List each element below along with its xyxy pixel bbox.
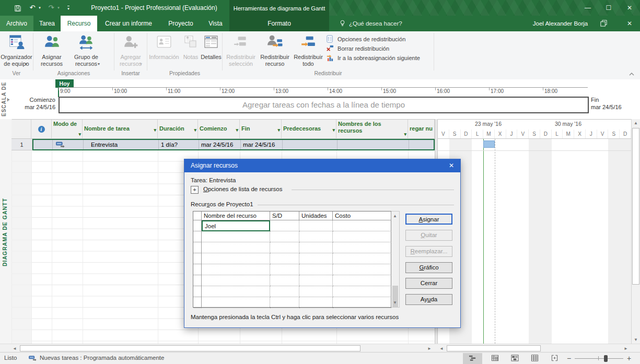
tab-crear-un-informe[interactable]: Crear un informe xyxy=(97,16,160,31)
resource-grid-cell[interactable] xyxy=(333,231,391,242)
zoom-slider-track[interactable] xyxy=(575,358,623,359)
options-toggle-label[interactable]: Opciones de lista de recursos xyxy=(203,186,283,192)
dialog-scrollbar[interactable]: ▲ ▼ xyxy=(391,211,400,308)
cerrar-button[interactable]: Cerrar xyxy=(405,278,452,289)
borrar-redistribucion-button[interactable]: Borrar redistribución xyxy=(326,44,389,53)
vertical-scrollbar[interactable]: ▲ ▼ xyxy=(631,119,640,344)
zoom-slider-thumb[interactable] xyxy=(604,355,608,362)
tab-tarea[interactable]: Tarea xyxy=(33,16,61,31)
resource-grid-cell[interactable] xyxy=(202,264,270,275)
tell-me-search[interactable]: ¿Qué desea hacer? xyxy=(349,16,402,31)
tab-proyecto[interactable]: Proyecto xyxy=(160,16,202,31)
close-window-icon[interactable]: ✕ xyxy=(621,16,638,31)
column-header-fin[interactable]: Fin▾ xyxy=(240,120,282,139)
task-addcolumn-cell[interactable] xyxy=(409,140,434,149)
resource-grid-cell[interactable] xyxy=(333,286,391,297)
resource-row-selector[interactable] xyxy=(193,264,202,275)
column-header-recursos[interactable]: Nombres de los recursos▾ xyxy=(336,120,408,139)
resource-grid-cell[interactable] xyxy=(202,253,270,264)
maximize-button[interactable]: ☐ xyxy=(600,0,618,16)
task-resources-cell[interactable] xyxy=(338,140,409,149)
resources-grid[interactable]: Nombre del recursoS/DUnidadesCostoJoel xyxy=(193,211,391,308)
tab-vista[interactable]: Vista xyxy=(202,16,229,31)
filter-caret-icon[interactable]: ▾ xyxy=(194,122,196,138)
resource-name-cell[interactable]: Joel xyxy=(202,220,270,231)
view-gantt-button[interactable] xyxy=(463,353,482,364)
column-header-predecesoras[interactable]: Predecesoras▾ xyxy=(282,120,336,139)
asignar-button[interactable]: Asignar xyxy=(405,214,452,225)
resource-grid-cell[interactable] xyxy=(333,264,391,275)
resource-row-selector[interactable] xyxy=(193,286,202,297)
resource-row-selector[interactable] xyxy=(193,231,202,242)
resource-grid-cell[interactable] xyxy=(202,275,270,286)
ayuda-button[interactable]: Ayuda xyxy=(405,294,452,305)
scrollbar-thumb[interactable] xyxy=(632,128,639,285)
resource-grid-cell[interactable] xyxy=(299,220,333,231)
dialog-close-icon[interactable]: ✕ xyxy=(443,159,460,172)
ribbon-display-options-icon[interactable] xyxy=(600,19,608,29)
undo-dropdown-icon[interactable]: ▾ xyxy=(37,0,42,16)
resource-row-selector[interactable] xyxy=(193,297,202,308)
customize-qat-icon[interactable]: ▾ xyxy=(64,0,73,17)
resource-grid-cell[interactable] xyxy=(270,231,299,242)
resource-grid-cell[interactable] xyxy=(270,220,299,231)
filter-caret-icon[interactable]: ▾ xyxy=(277,122,280,138)
resource-grid-cell[interactable] xyxy=(202,286,270,297)
resource-grid-cell[interactable] xyxy=(270,286,299,297)
resource-grid-cell[interactable] xyxy=(270,242,299,253)
tab-archivo[interactable]: Archivo xyxy=(0,16,33,31)
status-new-tasks[interactable]: Nuevas tareas : Programada automáticamen… xyxy=(40,355,164,361)
view-task-usage-button[interactable] xyxy=(485,353,505,364)
resource-grid-cell[interactable] xyxy=(333,220,391,231)
resource-row-selector[interactable] xyxy=(193,275,202,286)
task-name-cell[interactable]: Entrevista xyxy=(84,140,159,149)
resource-grid-cell[interactable] xyxy=(299,264,333,275)
resource-grid-cell[interactable] xyxy=(202,297,270,308)
view-report-button[interactable] xyxy=(545,353,564,364)
info-column-header[interactable]: i xyxy=(31,120,52,139)
task-finish-cell[interactable]: mar 24/5/16 xyxy=(241,140,283,149)
scroll-up-icon[interactable]: ▲ xyxy=(632,121,640,125)
filter-caret-icon[interactable]: ▾ xyxy=(404,131,406,138)
gantt-task-bar[interactable] xyxy=(483,140,495,148)
resource-grid-cell[interactable] xyxy=(299,242,333,253)
task-predecessors-cell[interactable] xyxy=(283,140,338,149)
table-hscroll-thumb[interactable] xyxy=(20,345,360,351)
options-expander-button[interactable]: + xyxy=(191,186,199,194)
resource-grid-cell[interactable] xyxy=(270,297,299,308)
resource-grid-cell[interactable] xyxy=(270,275,299,286)
resource-row-selector[interactable] xyxy=(193,253,202,264)
scroll-up-icon[interactable]: ▲ xyxy=(391,214,399,218)
gantt-hscroll-thumb[interactable] xyxy=(447,345,541,351)
column-header-agregar-nueva[interactable]: regar nu xyxy=(408,120,435,139)
dialog-title[interactable]: Asignar recursos xyxy=(184,159,460,172)
resource-grid-cell[interactable] xyxy=(202,242,270,253)
resource-grid-cell[interactable] xyxy=(333,242,391,253)
row-number[interactable]: 1 xyxy=(11,139,32,150)
resource-row-selector[interactable] xyxy=(193,242,202,253)
task-duration-cell[interactable]: 1 día? xyxy=(159,140,199,149)
resource-grid-cell[interactable] xyxy=(299,275,333,286)
gantt-chart-area[interactable] xyxy=(438,139,631,344)
resource-grid-cell[interactable] xyxy=(270,264,299,275)
resource-row-selector[interactable] xyxy=(193,220,202,231)
column-header-nombre[interactable]: Nombre de tarea▾ xyxy=(83,120,158,139)
zoom-in-icon[interactable]: + xyxy=(627,354,631,362)
filter-caret-icon[interactable]: ▾ xyxy=(332,122,335,138)
filter-caret-icon[interactable]: ▾ xyxy=(236,122,238,138)
filter-caret-icon[interactable]: ▾ xyxy=(154,122,156,138)
resource-grid-cell[interactable] xyxy=(333,253,391,264)
timeline-add-tasks-box[interactable]: Agregar tareas con fechas a la línea de … xyxy=(59,97,589,113)
scroll-left-icon[interactable]: ◄ xyxy=(439,346,444,351)
view-team-planner-button[interactable] xyxy=(505,353,525,364)
user-name[interactable]: Joel Alexander Borja xyxy=(530,16,590,31)
scroll-right-icon[interactable]: ► xyxy=(427,346,432,351)
resource-grid-cell[interactable] xyxy=(299,231,333,242)
column-header-modo[interactable]: Modo de▾ xyxy=(52,120,83,139)
scroll-down-icon[interactable]: ▼ xyxy=(632,337,640,342)
gr-fico-button[interactable]: Gráfico xyxy=(405,262,452,273)
resource-grid-cell[interactable] xyxy=(299,297,333,308)
opciones-redistribucion-button[interactable]: Opciones de redistribución xyxy=(326,35,405,44)
resource-grid-cell[interactable] xyxy=(333,275,391,286)
zoom-out-icon[interactable]: − xyxy=(567,354,571,362)
